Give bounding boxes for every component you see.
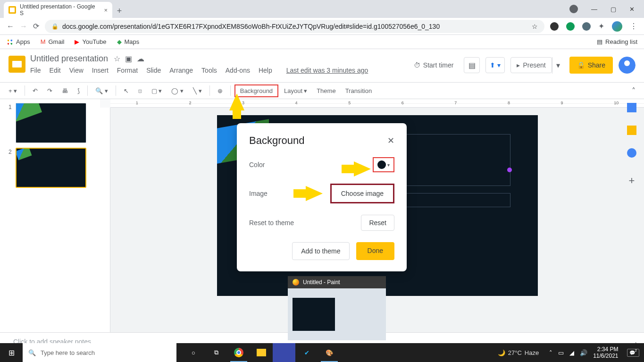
maximize-icon[interactable]: ▢	[611, 6, 616, 13]
reload-icon[interactable]: ⟳	[33, 22, 39, 31]
line-tool[interactable]: ╲ ▾	[189, 85, 206, 96]
menu-help[interactable]: Help	[259, 67, 272, 74]
account-avatar[interactable]	[619, 57, 636, 74]
done-button[interactable]: Done	[356, 242, 394, 260]
annotation-arrow-up	[229, 93, 244, 110]
tray-expand-icon[interactable]: ˄	[549, 349, 552, 356]
comments-button[interactable]: ▤	[464, 57, 480, 73]
menu-edit[interactable]: Edit	[50, 67, 61, 74]
bookmark-gmail[interactable]: MGmail	[41, 38, 65, 45]
account-icon[interactable]	[569, 5, 578, 13]
thumbnail-rail[interactable]: 1 2	[0, 99, 100, 332]
ext-icon-2[interactable]	[566, 22, 575, 31]
share-button[interactable]: 🔒Share	[569, 57, 613, 74]
present-button[interactable]: ▸Present	[510, 57, 552, 73]
taskbar-search[interactable]: 🔍 Type here to search	[23, 343, 176, 362]
url-text: docs.google.com/presentation/d/1eGTXE6R1…	[62, 23, 440, 30]
reset-button[interactable]: Reset	[361, 215, 394, 231]
menu-slide[interactable]: Slide	[146, 67, 161, 74]
star-doc-icon[interactable]: ☆	[114, 54, 120, 63]
keep-icon[interactable]	[627, 126, 636, 135]
browser-tab[interactable]: Untitled presentation - Google S ×	[4, 2, 112, 18]
new-tab-button[interactable]: +	[112, 4, 126, 18]
menu-tools[interactable]: Tools	[201, 67, 217, 74]
menu-insert[interactable]: Insert	[92, 67, 109, 74]
bookmark-maps[interactable]: ◆Maps	[117, 38, 140, 45]
thumbnail-2[interactable]: 2	[8, 148, 92, 188]
zoom-button[interactable]: 🔍 ▾	[92, 85, 112, 96]
start-button[interactable]: ⊞	[0, 343, 23, 362]
comment-tool[interactable]: ⊕	[214, 85, 226, 96]
menu-format[interactable]: Format	[117, 67, 138, 74]
tasks-icon[interactable]	[627, 148, 636, 158]
wifi-icon[interactable]: ◢	[569, 349, 574, 356]
new-slide-button[interactable]: + ▾	[5, 85, 21, 96]
paint-preview-tooltip[interactable]: Untitled - Paint	[288, 276, 386, 340]
explorer-taskbar-icon[interactable]	[250, 343, 273, 362]
layout-button[interactable]: Layout ▾	[280, 85, 311, 96]
color-picker-button[interactable]: ▾	[373, 157, 394, 172]
task-view-icon[interactable]: ⧉	[205, 343, 227, 362]
reading-list[interactable]: ▤Reading list	[597, 38, 637, 45]
dialog-close-icon[interactable]: ✕	[387, 135, 394, 146]
menu-file[interactable]: File	[30, 67, 41, 74]
menu-view[interactable]: View	[69, 67, 84, 74]
url-input[interactable]: 🔒 docs.google.com/presentation/d/1eGTXE6…	[45, 20, 544, 33]
annotation-arrow-1	[354, 161, 371, 177]
shape-tool[interactable]: ◯ ▾	[167, 85, 187, 96]
move-doc-icon[interactable]: ▣	[125, 54, 132, 63]
bookmark-apps[interactable]: Apps	[7, 38, 30, 45]
theme-button[interactable]: Theme	[313, 85, 339, 96]
chrome-menu-icon[interactable]: ⋮	[630, 22, 637, 31]
cloud-status-icon[interactable]: ☁	[137, 54, 144, 63]
paint-format-button[interactable]: ⟆	[74, 85, 84, 96]
transition-button[interactable]: Transition	[342, 85, 376, 96]
volume-icon[interactable]: 🔊	[580, 349, 587, 356]
redo-button[interactable]: ↷	[43, 85, 56, 96]
battery-icon[interactable]: ▭	[558, 349, 564, 356]
slides-logo[interactable]	[8, 56, 25, 73]
start-timer[interactable]: ⏱Start timer	[409, 59, 459, 72]
gmail-icon: M	[41, 38, 46, 45]
profile-avatar[interactable]	[612, 21, 622, 32]
thumbnail-1[interactable]: 1	[8, 103, 92, 143]
add-to-theme-button[interactable]: Add to theme	[292, 242, 349, 260]
menu-addons[interactable]: Add-ons	[226, 67, 250, 74]
lock-icon: 🔒	[51, 23, 59, 30]
close-window-icon[interactable]: ✕	[629, 6, 635, 13]
calendar-icon[interactable]	[627, 103, 636, 112]
tab-close-icon[interactable]: ×	[104, 7, 108, 14]
present-dropdown[interactable]: ▾	[552, 57, 564, 74]
app-taskbar-icon-1[interactable]	[273, 343, 295, 362]
paint-taskbar-icon[interactable]: 🎨	[318, 343, 341, 362]
weather-widget[interactable]: 🌙 27°C Haze	[498, 349, 539, 356]
extensions-icon[interactable]: ✦	[598, 22, 604, 31]
upload-button[interactable]: ⬆▾	[485, 57, 505, 73]
menu-arrange[interactable]: Arrange	[169, 67, 193, 74]
textbox-tool[interactable]: ⎅	[134, 85, 146, 96]
last-edit-info[interactable]: Last edit was 3 minutes ago	[286, 67, 368, 74]
reset-label: Reset to theme	[249, 219, 294, 227]
app-taskbar-icon-2[interactable]: ✔	[295, 343, 318, 362]
notifications-icon[interactable]: 💬2	[627, 349, 639, 357]
select-tool[interactable]: ↖	[120, 85, 133, 96]
undo-button[interactable]: ↶	[29, 85, 42, 96]
minimize-icon[interactable]: —	[591, 6, 597, 13]
cortana-icon[interactable]: ○	[182, 343, 205, 362]
image-tool[interactable]: ▢ ▾	[148, 85, 166, 96]
back-icon[interactable]: ←	[7, 22, 14, 31]
addons-plus-icon[interactable]: +	[629, 175, 635, 187]
selection-handle[interactable]	[507, 168, 512, 172]
ext-icon-3[interactable]	[582, 22, 591, 31]
choose-image-button[interactable]: Choose image	[330, 184, 394, 203]
bookmark-youtube[interactable]: ▶YouTube	[75, 38, 106, 45]
doc-title[interactable]: Untitled presentation	[30, 54, 108, 64]
search-icon: 🔍	[28, 349, 36, 356]
upload-icon: ⬆	[490, 61, 495, 69]
star-icon[interactable]: ☆	[532, 23, 538, 30]
print-button[interactable]: 🖶	[58, 85, 72, 96]
taskbar-clock[interactable]: 2:34 PM 11/6/2021	[593, 346, 621, 360]
ext-icon-1[interactable]	[550, 22, 559, 31]
collapse-toolbar-icon[interactable]: ˄	[632, 86, 639, 95]
chrome-taskbar-icon[interactable]	[227, 343, 250, 362]
